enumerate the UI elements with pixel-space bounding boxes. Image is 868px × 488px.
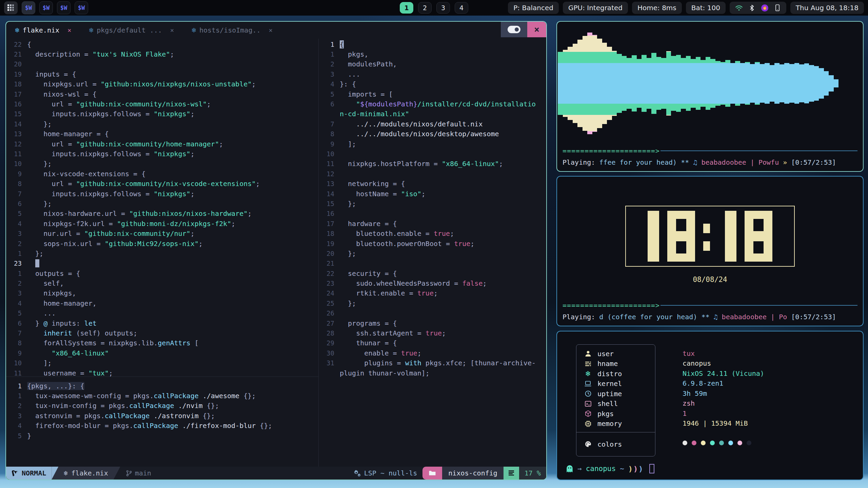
clock-widget[interactable]: Thu Aug 08, 18:18 <box>790 2 864 14</box>
line-number: 15 <box>319 200 340 207</box>
line-number: 4 <box>6 220 27 227</box>
visualizer-bar <box>642 55 647 112</box>
shell-icon <box>584 400 592 407</box>
prompt-arrow: → <box>577 465 582 473</box>
line-number: 6 <box>319 100 340 108</box>
workspace-button[interactable]: $W <box>75 1 88 14</box>
status-pill[interactable]: Bat: 100 <box>686 2 726 14</box>
visualizer-bar <box>612 51 617 116</box>
line-number: 13 <box>6 130 27 138</box>
line-text: "x86_64-linux" <box>27 349 109 357</box>
line-text: sops-nix.url = "github:Mic92/sops-nix"; <box>27 240 203 248</box>
code-line: 6 } @ inputs: let <box>6 318 318 328</box>
line-number: 11 <box>6 369 27 377</box>
line-text: { <box>340 40 344 48</box>
line-text: pkgs, <box>340 50 368 58</box>
visualizer-bar <box>563 50 568 117</box>
status-pill[interactable]: P: Balanced <box>508 2 559 14</box>
packages-icon <box>584 410 592 417</box>
code-line: 2 modulesPath, <box>319 59 546 69</box>
app-launcher-button[interactable] <box>4 1 18 14</box>
code-line: 4 nixpkgs-f2k.url = "github:moni-dz/nixp… <box>6 219 318 228</box>
buffer-tab-bar: ❄flake.nix×❄pkgs/default ...×❄hosts/isoI… <box>6 22 546 39</box>
code-line: 3 ... <box>319 69 546 79</box>
shell-prompt[interactable]: → canopus ~ ))) <box>566 464 654 473</box>
line-text: }: { <box>340 80 356 88</box>
tag-4[interactable]: 4 <box>455 2 468 14</box>
visualizer-bar <box>617 54 622 113</box>
line-number: 23 <box>319 280 340 287</box>
line-text: nix-vscode-extensions = { <box>27 170 145 178</box>
flake-nix-buffer[interactable]: 22{21 description = "tux's NixOS Flake";… <box>6 39 318 377</box>
code-line: 16 <box>319 209 546 219</box>
pkgs-default-buffer[interactable]: 1{pkgs, ...}: {1 tux-awesome-wm-config =… <box>6 377 318 467</box>
line-text: inputs.nixpkgs.follows = "nixpkgs"; <box>27 190 195 198</box>
line-number: 26 <box>319 309 340 317</box>
tag-2[interactable]: 2 <box>418 2 432 14</box>
code-line: 9 ]; <box>319 139 546 149</box>
code-line: 23 <box>6 259 318 268</box>
code-line: 29 thunar = { <box>319 338 546 348</box>
line-number: 1 <box>6 392 27 400</box>
tag-1[interactable]: 1 <box>400 2 413 14</box>
tab-flake-nix[interactable]: ❄flake.nix× <box>6 22 80 39</box>
close-tab-icon[interactable]: × <box>67 26 71 34</box>
visualizer-bar <box>676 55 681 112</box>
terminal-color-dots <box>683 438 751 448</box>
close-tab-icon[interactable]: × <box>269 26 273 34</box>
toggle-button[interactable] <box>501 22 527 37</box>
code-line: 19 bluetooth.powerOnBoot = true; <box>319 239 546 248</box>
git-branch-segment[interactable]: main <box>120 467 157 480</box>
line-number: 7 <box>6 329 27 337</box>
line-number: 1 <box>6 382 27 390</box>
line-number: 3 <box>6 289 27 297</box>
visualizer-bar <box>829 75 834 92</box>
wifi-icon <box>735 4 743 12</box>
line-number: 13 <box>319 180 340 187</box>
code-line: 3 nixpkgs, <box>6 288 318 298</box>
launcher-area: $W$W$W$W <box>4 1 88 14</box>
workspace-button[interactable]: $W <box>39 1 53 14</box>
line-number: 31 <box>319 359 340 367</box>
tab-pkgs-default-[interactable]: ❄pkgs/default ...× <box>80 22 183 39</box>
workspace-button[interactable]: $W <box>57 1 71 14</box>
tab-label: flake.nix <box>23 26 59 34</box>
line-number: 6 <box>6 200 27 207</box>
code-line: 1 pkgs, <box>319 49 546 59</box>
status-pill[interactable]: Home: 8ms <box>632 2 682 14</box>
code-line: 4}: { <box>319 79 546 89</box>
code-line: plugin thunar-volman]; <box>319 368 546 378</box>
system-tray[interactable] <box>730 2 786 14</box>
tag-3[interactable]: 3 <box>436 2 450 14</box>
code-line: 7 ../../modules/nixos/default.nix <box>319 119 546 129</box>
fetch-row-kernel: kernel <box>576 379 655 389</box>
tab-hosts-isoImag-[interactable]: ❄hosts/isoImag..× <box>183 22 281 39</box>
line-number: 7 <box>319 120 340 128</box>
code-line: 23 sudo.wheelNeedsPassword = false; <box>319 278 546 288</box>
line-number: 2 <box>6 402 27 409</box>
line-text: inputs.nixpkgs.follows = "nixpkgs"; <box>27 150 195 158</box>
line-number: 10 <box>6 160 27 167</box>
color-dot <box>719 441 724 445</box>
visualizer-bar <box>607 47 612 120</box>
code-line: 8 ../../modules/nixos/desktop/awesome <box>319 129 546 139</box>
close-tab-icon[interactable]: × <box>170 26 174 34</box>
visualizer-bar <box>602 43 607 124</box>
prompt-path: ~ <box>620 465 624 473</box>
line-text: ssh.startAgent = true; <box>340 329 446 337</box>
prompt-host: canopus <box>586 465 616 473</box>
line-number: 3 <box>6 230 27 237</box>
line-number: 8 <box>6 180 27 187</box>
line-text: forAllSystems = nixpkgs.lib.genAttrs [ <box>27 339 199 347</box>
code-line: 1 outputs = { <box>6 268 318 278</box>
visualizer-bar <box>819 68 824 99</box>
ghost-icon <box>566 465 573 473</box>
code-line: 6 "${modulesPath}/installer/cd-dvd/insta… <box>319 99 546 109</box>
workspace-button[interactable]: $W <box>22 1 35 14</box>
iso-image-buffer[interactable]: 1{1 pkgs,2 modulesPath,3 ...4}: {5 impor… <box>319 39 546 467</box>
close-button[interactable]: × <box>527 22 546 37</box>
line-text: url = "github:nix-community/nixos-wsl"; <box>27 100 211 108</box>
status-pill[interactable]: GPU: Integrated <box>563 2 628 14</box>
visualizer-bar <box>671 56 676 111</box>
line-text: enable = true; <box>340 349 421 357</box>
